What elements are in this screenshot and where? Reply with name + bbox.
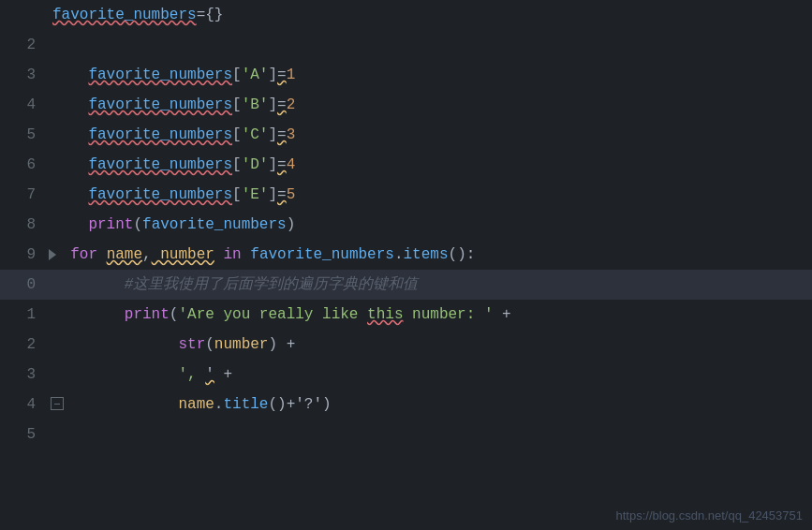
code-line-8: 8 print(favorite_numbers) [0,210,812,240]
line-number-15: 5 [0,420,49,449]
line-content-13: ', ' + [49,360,812,390]
line-content-6: favorite_numbers['D']=4 [49,150,812,180]
line-number-11: 1 [0,300,49,330]
line-number-12: 2 [0,330,49,360]
line-number-3: 3 [0,60,49,90]
line-content-11: print('Are you really like this number: … [49,300,812,330]
line-number-9: 9 [0,240,49,270]
code-line-10: 0 #这里我使用了后面学到的遍历字典的键和值 [0,270,812,300]
line-content-12: str(number) + [49,330,812,360]
line-content-7: favorite_numbers['E']=5 [49,180,812,210]
line-number-7: 7 [0,180,49,210]
code-line-6: 6 favorite_numbers['D']=4 [0,150,812,180]
line-number-13: 3 [0,360,49,390]
code-line-7: 7 favorite_numbers['E']=5 [0,180,812,210]
line-number-4: 4 [0,90,49,120]
code-line-9: 9 for name, number in favorite_numbers.i… [0,240,812,270]
line-number-5: 5 [0,120,49,150]
line-number-10: 0 [0,270,49,300]
code-line-14: 4 name.title()+'?') [0,390,812,420]
line-content-1: favorite_numbers={} [49,0,812,30]
code-line-1: favorite_numbers={} [0,0,812,30]
line-content-10: #这里我使用了后面学到的遍历字典的键和值 [49,270,812,300]
code-line-13: 3 ', ' + [0,360,812,390]
line-content-3: favorite_numbers['A']=1 [49,60,812,90]
code-line-4: 4 favorite_numbers['B']=2 [0,90,812,120]
fold-icon-small[interactable] [51,397,64,410]
line-content-8: print(favorite_numbers) [49,210,812,240]
fold-icon[interactable] [49,249,56,260]
code-line-11: 1 print('Are you really like this number… [0,300,812,330]
line-content-9: for name, number in favorite_numbers.ite… [49,240,812,270]
code-lines: favorite_numbers={} 2 3 favorite_numbers… [0,0,812,449]
line-number-2: 2 [0,30,49,60]
line-content-4: favorite_numbers['B']=2 [49,90,812,120]
watermark: https://blog.csdn.net/qq_42453751 [616,508,804,523]
code-line-12: 2 str(number) + [0,330,812,360]
code-line-15: 5 [0,420,812,449]
code-editor: favorite_numbers={} 2 3 favorite_numbers… [0,0,812,530]
line-number-8: 8 [0,210,49,240]
code-line-5: 5 favorite_numbers['C']=3 [0,120,812,150]
line-content-14: name.title()+'?') [49,390,812,420]
line-content-5: favorite_numbers['C']=3 [49,120,812,150]
code-line-3: 3 favorite_numbers['A']=1 [0,60,812,90]
line-number-6: 6 [0,150,49,180]
code-line-2: 2 [0,30,812,60]
line-number-14: 4 [0,390,49,420]
